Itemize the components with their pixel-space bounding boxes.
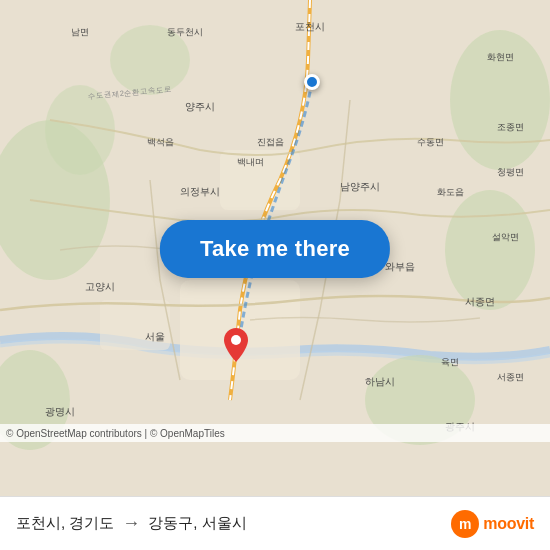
svg-text:서종면: 서종면	[497, 372, 524, 382]
svg-text:화현면: 화현면	[487, 52, 514, 62]
app: 포천시 양주시 의정부시 고양시 서울 광명시 남양주시 와부읍 서종면 화도읍…	[0, 0, 550, 550]
svg-text:육면: 육면	[441, 357, 459, 367]
svg-text:양주시: 양주시	[185, 101, 215, 112]
svg-text:진접읍: 진접읍	[257, 137, 284, 147]
footer-route: 포천시, 경기도 → 강동구, 서울시	[16, 513, 247, 534]
svg-text:고양시: 고양시	[85, 281, 115, 292]
svg-text:수동면: 수동면	[417, 137, 444, 147]
footer-logo: m moovit	[451, 510, 534, 538]
attribution-bar: © OpenStreetMap contributors | © OpenMap…	[0, 424, 550, 442]
moovit-logo-text: moovit	[483, 515, 534, 533]
destination-marker	[224, 328, 248, 366]
map-container: 포천시 양주시 의정부시 고양시 서울 광명시 남양주시 와부읍 서종면 화도읍…	[0, 0, 550, 496]
svg-text:서울: 서울	[145, 331, 165, 342]
svg-text:포천시: 포천시	[295, 21, 325, 32]
svg-point-37	[231, 335, 241, 345]
footer-arrow: →	[122, 513, 140, 534]
svg-text:백내며: 백내며	[237, 157, 264, 167]
svg-point-3	[445, 190, 535, 310]
svg-text:백석읍: 백석읍	[147, 137, 174, 147]
svg-text:남양주시: 남양주시	[340, 181, 380, 192]
svg-text:청평면: 청평면	[497, 167, 524, 177]
footer: 포천시, 경기도 → 강동구, 서울시 m moovit	[0, 496, 550, 550]
moovit-logo-icon: m	[451, 510, 479, 538]
footer-origin: 포천시, 경기도	[16, 514, 114, 533]
svg-text:의정부시: 의정부시	[180, 186, 220, 197]
svg-point-2	[450, 30, 550, 170]
svg-rect-10	[100, 300, 170, 350]
svg-text:광명시: 광명시	[45, 406, 75, 417]
svg-text:서종면: 서종면	[465, 296, 495, 307]
origin-marker	[304, 74, 320, 90]
svg-text:와부읍: 와부읍	[385, 261, 415, 272]
svg-text:동두천시: 동두천시	[167, 27, 203, 37]
svg-text:화도읍: 화도읍	[437, 187, 464, 197]
svg-text:설악면: 설악면	[492, 232, 519, 242]
svg-text:남면: 남면	[71, 27, 89, 37]
svg-text:조종면: 조종면	[497, 122, 524, 132]
svg-text:하남시: 하남시	[365, 376, 395, 387]
attribution-text: © OpenStreetMap contributors | © OpenMap…	[6, 428, 225, 439]
take-me-there-button[interactable]: Take me there	[160, 220, 390, 278]
footer-destination: 강동구, 서울시	[148, 514, 246, 533]
